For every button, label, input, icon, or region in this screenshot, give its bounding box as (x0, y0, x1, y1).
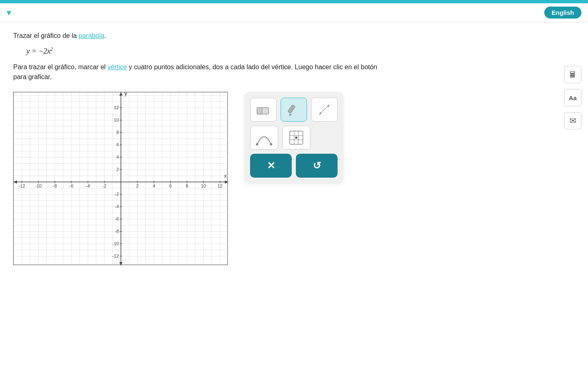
graph-area: ✕ ↺ (13, 92, 441, 265)
para-instructions: Para trazar el gráfico, marcar el vértic… (13, 62, 385, 82)
line-tool[interactable] (311, 98, 338, 122)
svg-rect-1 (257, 108, 262, 114)
chevron-button[interactable]: ▾ (7, 7, 11, 18)
svg-rect-2 (288, 105, 295, 113)
english-button[interactable]: English (544, 7, 581, 19)
parabola-link[interactable]: parábola (79, 32, 104, 39)
graph-container[interactable] (13, 92, 228, 265)
right-sidebar: 🖩 Aa ✉ (564, 66, 581, 129)
text-icon: Aa (569, 94, 576, 101)
toolbar-row-1 (250, 98, 338, 122)
svg-marker-5 (327, 105, 329, 108)
toolbar-row-2 (250, 126, 338, 150)
graph-canvas[interactable] (14, 92, 228, 265)
header: ▾ English (0, 3, 588, 22)
vertex-link[interactable]: vértice (108, 63, 127, 70)
eraser-tool[interactable] (250, 98, 276, 122)
svg-point-7 (256, 143, 258, 145)
mail-icon: ✉ (569, 116, 576, 126)
parabola-tool[interactable] (250, 126, 278, 150)
pencil-tool[interactable] (281, 98, 307, 122)
main-content: Trazar el gráfico de la parábola. y = −2… (0, 22, 454, 275)
toolbar-panel: ✕ ↺ (244, 92, 343, 183)
calculator-icon: 🖩 (569, 70, 577, 80)
calculator-button[interactable]: 🖩 (564, 66, 581, 83)
svg-marker-3 (289, 113, 292, 116)
action-row: ✕ ↺ (250, 154, 338, 178)
svg-point-8 (270, 143, 272, 145)
mail-button[interactable]: ✉ (564, 112, 581, 129)
equation-display: y = −2x2 (26, 46, 441, 56)
instructions-line1: Trazar el gráfico de la parábola. (13, 32, 441, 40)
undo-button[interactable]: ↺ (296, 154, 338, 178)
text-button[interactable]: Aa (564, 89, 581, 106)
svg-marker-6 (319, 112, 321, 115)
point-grid-tool[interactable] (282, 126, 310, 150)
clear-button[interactable]: ✕ (250, 154, 292, 178)
